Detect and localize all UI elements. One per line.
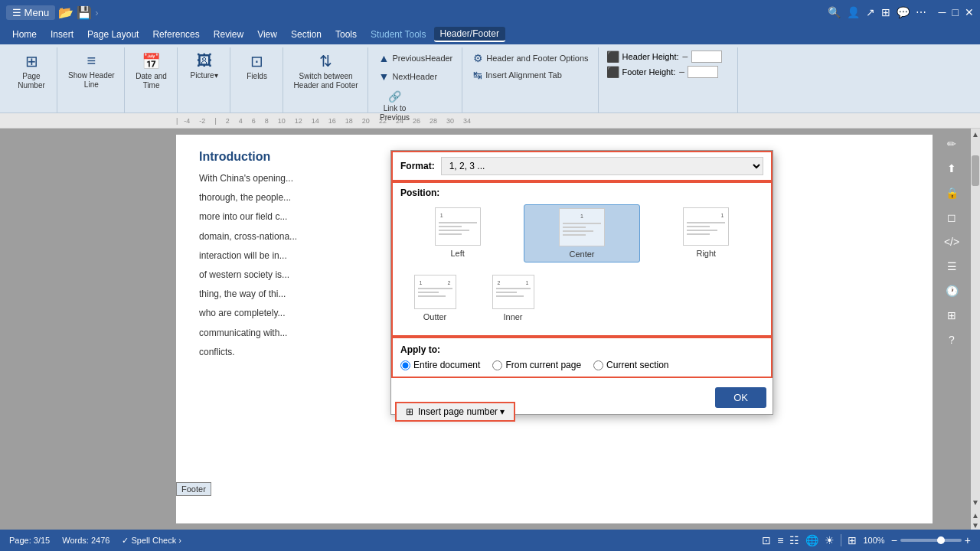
maximize-button[interactable]: □	[952, 6, 959, 18]
apply-current-radio[interactable]	[492, 360, 502, 370]
footer-height-input[interactable]	[688, 66, 718, 78]
edit-tool-icon[interactable]: ✏	[942, 135, 961, 153]
menu-insert[interactable]: Insert	[44, 28, 80, 41]
code-tool-icon[interactable]: </>	[942, 233, 961, 251]
page-num-center: 1	[580, 214, 583, 219]
scroll-expand-up[interactable]: ▲	[972, 511, 979, 520]
save-icon[interactable]: 💾	[77, 5, 92, 20]
page-num-right: 1	[720, 213, 724, 218]
position-center[interactable]: 1 Center	[524, 204, 639, 262]
menu-button[interactable]: ☰ Menu	[6, 5, 55, 20]
picture-label: Picture▾	[191, 71, 218, 80]
datetime-icon: 📅	[142, 52, 161, 70]
date-time-button[interactable]: 📅 Date andTime	[132, 51, 171, 92]
scroll-up-arrow[interactable]: ▲	[970, 129, 980, 140]
page-number-button[interactable]: ⊞ PageNumber	[12, 51, 51, 92]
ribbon-group-header-line: ≡ Show HeaderLine	[59, 47, 125, 112]
menu-student-tools[interactable]: Student Tools	[364, 28, 433, 41]
apply-section-radio[interactable]	[593, 360, 603, 370]
help-tool-icon[interactable]: ?	[942, 331, 961, 349]
page-num-inner-left: 1	[526, 280, 529, 285]
view-outline-icon[interactable]: ☷	[789, 534, 799, 546]
titlebar: ☰ Menu 📂 💾 › 🔍 👤 ↗ ⊞ 💬 ⋯ ─ □ ✕	[0, 0, 980, 24]
apply-entire-label: Entire document	[413, 360, 480, 370]
list-tool-icon[interactable]: ☰	[942, 257, 961, 276]
comment-icon[interactable]: 💬	[897, 6, 910, 18]
datetime-label: Date andTime	[136, 72, 167, 90]
view-web-icon[interactable]: 🌐	[805, 534, 818, 546]
zoom-out-button[interactable]: −	[891, 534, 897, 546]
view-normal-icon[interactable]: ≡	[777, 534, 783, 546]
header-footer-options-label: Header and Footer Options	[486, 54, 588, 63]
menu-view[interactable]: View	[251, 28, 283, 41]
format-select[interactable]: 1, 2, 3 ... a, b, c ... i, ii, iii ...	[441, 157, 763, 175]
ribbon-group-heights: ⬛ Header Height: − + ⬛ Footer Height: −	[600, 47, 738, 112]
position-outter[interactable]: 1 2 Outter	[400, 272, 469, 324]
zoom-in-button[interactable]: +	[965, 534, 971, 546]
grid-tool-icon[interactable]: ⊞	[942, 306, 961, 324]
insert-alignment-tab-button[interactable]: ↹ Insert Alignment Tab	[470, 67, 564, 83]
picture-button[interactable]: 🖼 Picture▾	[185, 51, 224, 82]
view-icon[interactable]: ⊞	[881, 6, 890, 18]
page-num-outter-right: 2	[448, 280, 451, 285]
header-footer-options-button[interactable]: ⚙ Header and Footer Options	[470, 51, 591, 66]
menu-references[interactable]: References	[146, 28, 205, 41]
switch-header-footer-button[interactable]: ⇅ Switch betweenHeader and Footer	[291, 51, 361, 92]
page-num-outter-left: 1	[420, 280, 423, 285]
footer-height-minus[interactable]: −	[678, 66, 684, 78]
position-inner[interactable]: 1 2 Inner	[479, 272, 547, 324]
history-tool-icon[interactable]: 🕐	[942, 282, 961, 300]
position-left[interactable]: 1 Left	[400, 204, 514, 262]
scroll-thumb[interactable]	[972, 155, 979, 186]
apply-entire-radio[interactable]	[400, 360, 410, 370]
ok-button[interactable]: OK	[715, 387, 766, 408]
menu-home[interactable]: Home	[6, 28, 43, 41]
ribbon-group-navigation: ▲ PreviousHeader ▼ NextHeader 🔗 Link toP…	[370, 47, 463, 112]
search-icon[interactable]: 🔍	[828, 6, 841, 18]
view-page-icon[interactable]: ⊡	[762, 534, 771, 546]
minimize-button[interactable]: ─	[939, 6, 946, 18]
view-fullscreen-icon[interactable]: ☀	[825, 534, 835, 546]
header-height-minus[interactable]: −	[682, 51, 688, 63]
annotate-tool-icon[interactable]: ◻	[942, 208, 961, 227]
fields-icon: ⊡	[250, 52, 263, 70]
scroll-expand-down[interactable]: ▼	[972, 521, 979, 530]
share-icon[interactable]: ↗	[866, 6, 875, 18]
lock-tool-icon[interactable]: 🔒	[942, 184, 961, 202]
position-right-label: Right	[696, 249, 716, 258]
profile-icon[interactable]: 👤	[847, 6, 860, 18]
insert-alignment-label: Insert Alignment Tab	[485, 70, 561, 80]
show-header-line-button[interactable]: ≡ Show HeaderLine	[65, 51, 118, 91]
position-outter-label: Outter	[423, 312, 447, 321]
apply-section-option[interactable]: Current section	[593, 360, 668, 370]
titlebar-right: 🔍 👤 ↗ ⊞ 💬 ⋯ ─ □ ✕	[828, 6, 974, 18]
scroll-down-arrow[interactable]: ▼	[970, 497, 980, 508]
close-button[interactable]: ✕	[965, 6, 974, 18]
fit-page-icon[interactable]: ⊞	[848, 534, 857, 546]
apply-current-option[interactable]: From current page	[492, 360, 581, 370]
spell-check[interactable]: ✓ Spell Check ›	[122, 536, 181, 546]
position-right[interactable]: 1 Right	[649, 204, 763, 262]
apply-entire-option[interactable]: Entire document	[400, 360, 480, 370]
zoom-level: 100%	[863, 536, 884, 545]
position-left-preview: 1	[435, 207, 481, 246]
more-icon[interactable]: ⋯	[916, 6, 926, 18]
menu-tools[interactable]: Tools	[329, 28, 363, 41]
statusbar: Page: 3/15 Words: 2476 ✓ Spell Check › ⊡…	[0, 530, 980, 551]
format-row: Format: 1, 2, 3 ... a, b, c ... i, ii, i…	[391, 151, 773, 181]
next-header-button[interactable]: ▼ NextHeader	[376, 69, 441, 84]
select-tool-icon[interactable]: ⬆	[942, 159, 961, 178]
previous-header-button[interactable]: ▲ PreviousHeader	[376, 51, 456, 66]
statusbar-right: ⊡ ≡ ☷ 🌐 ☀ ⊞ 100% − +	[762, 534, 971, 546]
menu-page-layout[interactable]: Page Layout	[81, 28, 145, 41]
fields-button[interactable]: ⊡ Fields	[238, 51, 276, 83]
insert-page-number-button[interactable]: ⊞ Insert page number ▾	[395, 402, 515, 422]
zoom-slider[interactable]	[900, 539, 962, 542]
menu-headerfooter[interactable]: Header/Footer	[434, 27, 505, 42]
header-height-input[interactable]	[691, 51, 722, 63]
position-inner-preview: 1 2	[492, 275, 534, 309]
vertical-scrollbar[interactable]: ▲ ▼ ▲ ▼	[971, 129, 980, 530]
menu-review[interactable]: Review	[207, 28, 250, 41]
open-icon[interactable]: 📂	[58, 5, 74, 20]
menu-section[interactable]: Section	[285, 28, 328, 41]
